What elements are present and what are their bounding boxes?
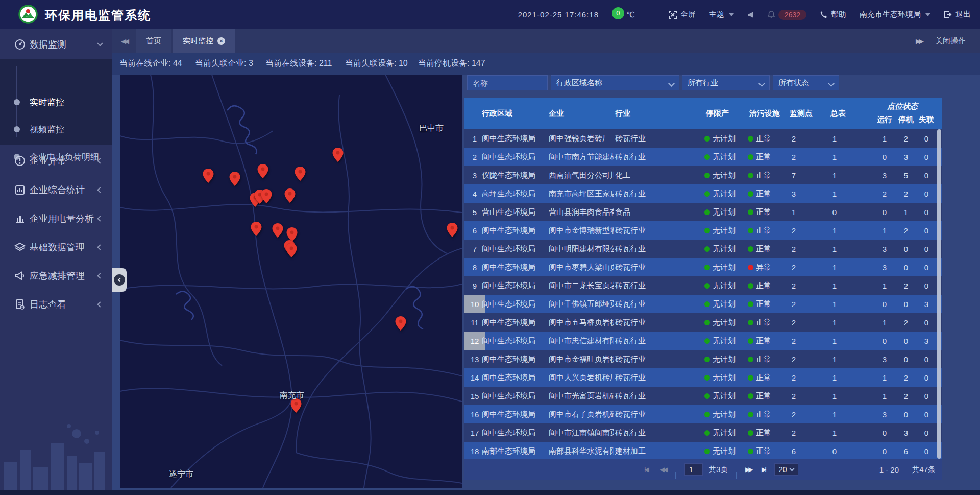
map-pin-icon[interactable] [203, 169, 214, 183]
notifications[interactable]: 2632 [768, 10, 806, 20]
map-pin-icon[interactable] [272, 223, 283, 238]
map-pin-icon[interactable] [251, 222, 262, 236]
cell-pollution-control: 正常 [748, 276, 771, 295]
stat-offline-devices: 当前失联设备: 10 [345, 58, 408, 69]
help-button[interactable]: 帮助 [820, 10, 846, 19]
tab-bar: ◀◀ 首页 实时监控 × ▶▶ 关闭操作 [112, 29, 980, 53]
theme-menu[interactable]: 主题 [709, 10, 734, 19]
table-row[interactable]: 5营山生态环境局营山县润丰肉食品有限食品无计划正常10010 [464, 203, 942, 221]
table-row[interactable]: 16阆中生态环境局阆中市石子页岩机砖厂砖瓦行业无计划正常21300 [464, 405, 942, 423]
table-row[interactable]: 12阆中生态环境局阆中市忠信建材有限公砖瓦行业无计划正常21003 [464, 332, 942, 350]
table-row[interactable]: 13阆中生态环境局阆中市金福旺页岩机砖砖瓦行业无计划正常21300 [464, 350, 942, 368]
table-row[interactable]: 1阆中生态环境局阆中强锐页岩砖厂砖瓦行业无计划正常21120 [464, 129, 942, 148]
map-collapse-handle[interactable] [112, 268, 127, 292]
next-page-button[interactable]: ▶▶ [745, 459, 751, 480]
industry-select[interactable]: 所有行业 [682, 75, 770, 90]
map-pin-icon[interactable] [284, 188, 296, 203]
fullscreen-button[interactable]: 全屏 [669, 10, 696, 19]
org-menu[interactable]: 南充市生态环境局 [860, 10, 930, 19]
stat-offline-companies: 当前失联企业: 3 [195, 58, 253, 69]
map-pin-icon[interactable] [257, 164, 268, 178]
first-page-button[interactable]: Ⅰ◀ [644, 459, 648, 480]
last-page-button[interactable]: ▶Ⅰ [762, 459, 765, 480]
cell-pollution-control: 正常 [748, 423, 771, 442]
map-pin-icon[interactable] [295, 167, 306, 181]
cell-industry: 砖瓦行业 [615, 258, 646, 276]
table-row[interactable]: 3仪陇生态环境局西南油气田分公司川中化工无计划正常71350 [464, 166, 942, 184]
sidebar-item-enterprise-statistics[interactable]: 企业综合统计 [0, 176, 112, 204]
chevron-left-icon [97, 158, 103, 163]
fullscreen-label: 全屏 [680, 10, 696, 19]
table-row[interactable]: 6阆中生态环境局阆中市金博瑞新型墙材砖瓦行业无计划正常21120 [464, 221, 942, 240]
cell-total-meter: 1 [824, 332, 845, 350]
cell-production-limit: 无计划 [704, 129, 736, 148]
table-row[interactable]: 2阆中生态环境局阆中市南方节能建材有砖瓦行业无计划正常21030 [464, 148, 942, 166]
table-row[interactable]: 4高坪生态环境局南充市高坪区王家店建砖瓦行业无计划正常31220 [464, 184, 942, 203]
map-pin-icon[interactable] [395, 316, 406, 331]
logout-button[interactable]: 退出 [944, 10, 971, 19]
table-row[interactable]: 14阆中生态环境局阆中大兴页岩机砖厂砖瓦行业无计划正常21120 [464, 368, 942, 387]
name-search-field[interactable] [467, 75, 548, 90]
table-row[interactable]: 10阆中生态环境局阆中千佛镇五郎垭页岩砖瓦行业无计划正常21003 [464, 295, 942, 313]
prev-page-button[interactable]: ◀◀ [660, 459, 666, 480]
col-region: 行政区域 [482, 98, 512, 129]
tab-realtime-monitor[interactable]: 实时监控 × [173, 29, 235, 53]
chevron-left-icon [97, 216, 103, 221]
map-pin-icon[interactable] [447, 223, 458, 237]
sidebar-item-data-monitoring[interactable]: 数据监测 [0, 30, 112, 59]
table-scrollbar[interactable] [937, 129, 941, 459]
cell-monitor-points: 2 [783, 258, 804, 276]
cell-pollution-control: 正常 [748, 332, 771, 350]
name-search-input[interactable] [473, 79, 542, 87]
status-dot-icon [704, 173, 710, 178]
status-dot-icon [748, 412, 753, 417]
map-city-label: 巴中市 [419, 123, 444, 134]
close-operations-button[interactable]: 关闭操作 [935, 36, 966, 46]
cell-company: 阆中明阳建材有限公司 [549, 240, 614, 258]
tab-home[interactable]: 首页 [136, 29, 172, 53]
map-pin-icon[interactable] [286, 227, 298, 242]
cell-region: 阆中生态环境局 [482, 423, 535, 442]
page-size-select[interactable]: 20 [774, 463, 798, 476]
sidebar-item-base-data[interactable]: 基础数据管理 [0, 233, 112, 262]
table-row[interactable]: 15阆中生态环境局阆中市光富页岩机砖厂砖瓦行业无计划正常21120 [464, 387, 942, 405]
table-row[interactable]: 9阆中生态环境局阆中市二龙长宝页岩砖砖瓦行业无计划正常21120 [464, 276, 942, 295]
cell-total-meter: 1 [824, 240, 845, 258]
sidebar-item-power-analysis[interactable]: 企业用电量分析 [0, 204, 112, 233]
tabs-scroll-left-button[interactable]: ◀◀ [112, 29, 136, 53]
cell-disconnected: 0 [914, 221, 939, 240]
page-number-input[interactable] [684, 463, 703, 476]
status-dot-icon [704, 301, 710, 307]
status-dot-icon [748, 283, 753, 289]
cell-total-meter: 1 [824, 166, 845, 184]
region-select[interactable]: 行政区域名称 [551, 75, 679, 90]
cell-industry: 砖瓦行业 [615, 240, 646, 258]
close-icon[interactable]: × [217, 37, 225, 45]
table-row[interactable]: 18南部生态环境局南部县科华水泥有限公建材加工无计划正常60060 [464, 442, 942, 459]
table-row[interactable]: 7阆中生态环境局阆中明阳建材有限公司砖瓦行业无计划正常21300 [464, 240, 942, 258]
top-header: 环保用电监管系统 2021-02-25 17:46:18 0 ℃ 全屏 主题 [0, 0, 980, 29]
map-pin-icon[interactable] [229, 172, 240, 186]
skyline-decoration [0, 413, 112, 495]
sound-button[interactable] [747, 11, 754, 18]
cell-region: 阆中生态环境局 [482, 148, 535, 166]
log-document-icon [14, 299, 26, 310]
map-pin-icon[interactable] [286, 243, 297, 257]
map-canvas[interactable]: 巴中市南充市遂宁市 [120, 75, 462, 488]
cell-monitor-points: 2 [783, 368, 804, 387]
cell-pollution-control: 正常 [748, 221, 771, 240]
sidebar-item-emergency-reduction[interactable]: 应急减排管理 [0, 262, 112, 290]
table-row[interactable]: 17阆中生态环境局阆中市江南镇阆南页岩砖瓦行业无计划正常21030 [464, 423, 942, 442]
sidebar-item-enterprise-abnormal[interactable]: 企业异常 [0, 147, 112, 175]
app-logo-icon [18, 5, 38, 24]
table-row[interactable]: 8阆中生态环境局阆中市枣碧大梁山页岩砖瓦行业无计划异常21300 [464, 258, 942, 276]
cell-company: 阆中市忠信建材有限公 [549, 332, 614, 350]
sidebar-item-log-view[interactable]: 日志查看 [0, 290, 112, 319]
sidebar-item-video-monitor[interactable]: 视频监控 [0, 119, 112, 139]
table-row[interactable]: 11阆中生态环境局阆中市五马桥页岩机砖砖瓦行业无计划正常21120 [464, 313, 942, 332]
map-pin-icon[interactable] [332, 148, 344, 162]
status-select[interactable]: 所有状态 [773, 75, 839, 90]
map-pin-icon[interactable] [261, 189, 272, 203]
sidebar-item-realtime-monitor[interactable]: 实时监控 [0, 92, 112, 112]
tabs-scroll-right-button[interactable]: ▶▶ [916, 37, 922, 45]
